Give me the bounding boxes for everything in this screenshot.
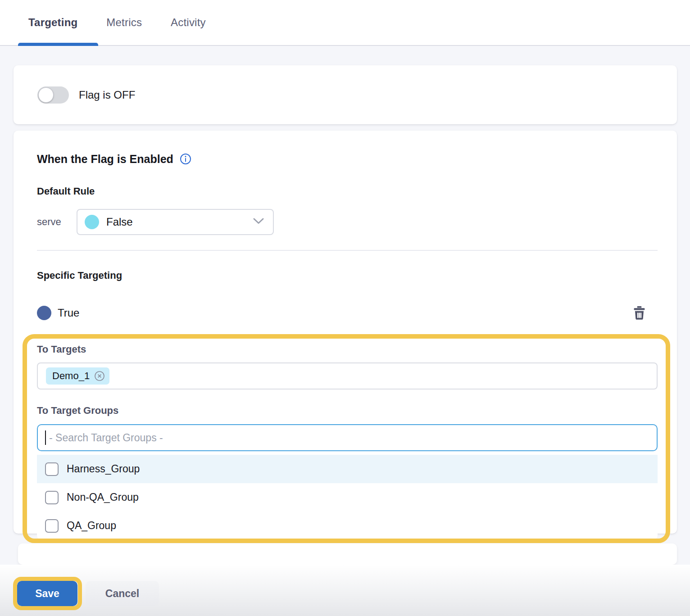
to-target-groups-label: To Target Groups <box>37 405 658 417</box>
section-title-row: When the Flag is Enabled <box>37 152 658 166</box>
true-variation-row: True <box>37 306 658 320</box>
targeting-rules-card: When the Flag is Enabled Default Rule se… <box>14 131 677 534</box>
variation-true-dot <box>37 306 51 320</box>
flag-toggle[interactable] <box>37 86 69 104</box>
target-groups-search-input[interactable]: - Search Target Groups - <box>37 424 658 451</box>
search-placeholder: - Search Target Groups - <box>49 432 163 444</box>
option-label: Non-QA_Group <box>67 491 139 503</box>
dropdown-option-harness-group[interactable]: Harness_Group <box>37 455 658 483</box>
card-overflow-panel <box>18 544 677 565</box>
trash-icon <box>633 315 646 322</box>
target-groups-dropdown: Harness_Group Non-QA_Group QA_Group <box>37 455 658 540</box>
flag-status-card: Flag is OFF <box>14 65 677 124</box>
option-label: QA_Group <box>67 520 116 532</box>
checkbox-qa-group[interactable] <box>45 519 59 533</box>
option-label: Harness_Group <box>67 463 140 475</box>
target-chip-label: Demo_1 <box>52 370 90 382</box>
delete-rule-button[interactable] <box>633 306 646 320</box>
specific-targeting-heading: Specific Targeting <box>37 270 658 281</box>
chevron-down-icon <box>253 218 264 226</box>
to-targets-label: To Targets <box>37 344 658 355</box>
remove-target-icon[interactable] <box>94 371 105 381</box>
target-chip: Demo_1 <box>46 367 109 385</box>
tab-activity[interactable]: Activity <box>171 16 206 29</box>
info-icon[interactable] <box>180 153 191 165</box>
selected-variation-value: False <box>106 216 133 228</box>
section-title: When the Flag is Enabled <box>37 152 173 166</box>
cancel-button[interactable]: Cancel <box>86 581 159 606</box>
dropdown-option-non-qa-group[interactable]: Non-QA_Group <box>37 483 658 512</box>
variation-false-dot <box>85 215 99 229</box>
tab-metrics[interactable]: Metrics <box>106 16 142 29</box>
section-divider <box>37 250 658 251</box>
default-rule-serve-row: serve False <box>37 209 658 235</box>
active-tab-indicator <box>18 43 98 46</box>
default-rule-heading: Default Rule <box>37 186 658 197</box>
footer-actions: Save Cancel <box>0 565 690 616</box>
checkbox-harness-group[interactable] <box>45 462 59 476</box>
dropdown-option-qa-group[interactable]: QA_Group <box>37 512 658 540</box>
toggle-knob <box>38 87 54 103</box>
checkbox-non-qa-group[interactable] <box>45 491 59 504</box>
feature-flag-targeting-page: Targeting Metrics Activity Flag is OFF W… <box>0 0 690 616</box>
default-variation-select[interactable]: False <box>77 209 274 235</box>
flag-status-label: Flag is OFF <box>79 89 135 101</box>
tab-targeting[interactable]: Targeting <box>28 16 77 29</box>
serve-label: serve <box>37 216 77 228</box>
text-cursor <box>45 430 46 445</box>
variation-true-label: True <box>58 307 79 319</box>
targets-input[interactable]: Demo_1 <box>37 362 658 390</box>
save-button[interactable]: Save <box>17 581 77 606</box>
tab-bar: Targeting Metrics Activity <box>0 0 690 46</box>
